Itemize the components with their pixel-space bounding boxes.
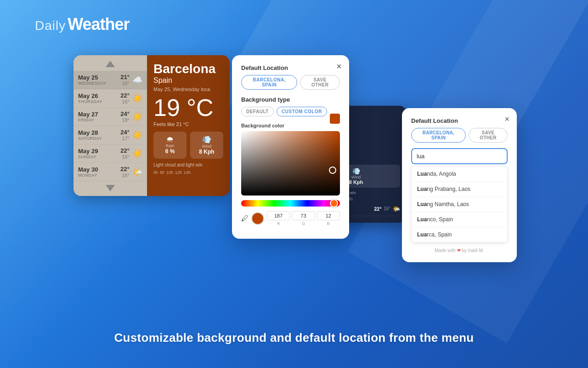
color-gradient-picker[interactable] bbox=[241, 131, 340, 196]
suggestion-rest: rca, Spain bbox=[427, 231, 452, 238]
nav-up-button[interactable] bbox=[74, 55, 147, 71]
arrow-down-icon bbox=[106, 185, 115, 191]
dark-row-low: 16° bbox=[384, 206, 390, 211]
day-weather-icon: ☀️ bbox=[132, 93, 142, 104]
temp-high: 24° bbox=[120, 129, 130, 136]
widget-temperature: 19 °C bbox=[153, 96, 223, 120]
day-weather-icon: ☀️ bbox=[132, 149, 142, 159]
dark-row-high: 22° bbox=[374, 206, 382, 212]
nav-down-button[interactable] bbox=[74, 181, 147, 196]
widget-country: Spain bbox=[153, 76, 223, 85]
color-swatch-circle bbox=[251, 212, 264, 225]
temp-low: 16° bbox=[122, 172, 130, 178]
day-temps: 21° 16° bbox=[120, 74, 130, 86]
suggestion-rest: ng Prabang, Laos bbox=[427, 186, 470, 192]
green-input-box: G bbox=[292, 211, 315, 226]
suggestion-bold: Lua bbox=[417, 231, 427, 238]
day-name: THURSDAY bbox=[78, 99, 120, 104]
day-info: May 26 THURSDAY bbox=[78, 92, 120, 104]
tab-default[interactable]: DEFAULT bbox=[241, 107, 274, 116]
eyedropper-button[interactable]: 🖊 bbox=[241, 214, 249, 223]
widget-detail-panel: Barcelona Spain May 25, Wednesday loca 1… bbox=[147, 55, 230, 196]
temp-low: 16° bbox=[122, 80, 130, 86]
day-date: May 28 bbox=[78, 129, 120, 136]
tab-save-other[interactable]: SAVE OTHER bbox=[300, 75, 340, 90]
temp-high: 22° bbox=[120, 166, 130, 172]
bottom-caption: Customizable background and default loca… bbox=[0, 331, 588, 345]
temp-low: 16° bbox=[122, 154, 130, 160]
red-input-box: R bbox=[267, 211, 290, 226]
day-temps: 22° 16° bbox=[120, 147, 130, 160]
widget-date: May 25, Wednesday loca bbox=[153, 86, 223, 92]
color-controls: 🖊 R G B bbox=[241, 211, 340, 226]
loc-tab-save-other[interactable]: SAVE OTHER bbox=[469, 128, 508, 143]
suggestion-item[interactable]: Luang Prabang, Laos bbox=[412, 182, 507, 197]
day-row[interactable]: May 30 MONDAY 22° 16° 🌤️ bbox=[74, 163, 147, 181]
modal-close-button[interactable]: × bbox=[336, 62, 342, 71]
rain-label: Rain bbox=[157, 144, 183, 148]
day-row[interactable]: May 29 SUNDAY 22° 16° ☀️ bbox=[74, 144, 147, 163]
modal-location-search: × Default Location BARCELONA, SPAIN SAVE… bbox=[402, 108, 517, 262]
suggestion-item[interactable]: Luanco, Spain bbox=[412, 212, 507, 227]
blue-label: B bbox=[317, 221, 340, 226]
temp-high: 22° bbox=[120, 147, 130, 154]
day-date: May 29 bbox=[78, 148, 120, 155]
app-header: Daily Weather bbox=[35, 15, 130, 34]
modal-right-close-button[interactable]: × bbox=[504, 115, 509, 124]
suggestion-bold: Lua bbox=[417, 201, 427, 207]
day-temps: 24° 18° bbox=[120, 110, 130, 123]
suggestion-bold: Lua bbox=[417, 186, 427, 192]
day-row[interactable]: May 27 FRIDAY 24° 18° ☀️ bbox=[74, 108, 147, 126]
day-temps: 22° 16° bbox=[120, 92, 130, 104]
widget-feels-like: Feels like 21 °C bbox=[153, 121, 223, 127]
day-row[interactable]: May 25 WEDNESDAY 21° 16° ☁️ bbox=[74, 71, 147, 89]
suggestion-bold: Lua bbox=[417, 216, 427, 223]
location-tabs: BARCELONA, SPAIN SAVE OTHER bbox=[241, 75, 340, 90]
suggestion-item[interactable]: Luanda, Angola bbox=[412, 167, 507, 182]
modal-footer: Made with ❤ by Irakli M. bbox=[411, 248, 508, 253]
wind-label: Wind bbox=[194, 144, 220, 149]
green-label: G bbox=[292, 221, 315, 226]
bg-section-title: Background type bbox=[241, 96, 340, 103]
temp-high: 21° bbox=[120, 74, 130, 80]
day-row[interactable]: May 28 SATURDAY 24° 17° ☀️ bbox=[74, 126, 147, 144]
day-weather-icon: ☁️ bbox=[132, 75, 142, 85]
loc-tab-barcelona[interactable]: BARCELONA, SPAIN bbox=[411, 128, 466, 143]
suggestion-item[interactable]: Luarca, Spain bbox=[412, 227, 507, 242]
day-date: May 25 bbox=[78, 74, 120, 81]
day-name: WEDNESDAY bbox=[78, 81, 120, 86]
suggestion-item[interactable]: Luang Namtha, Laos bbox=[412, 197, 507, 212]
day-name: MONDAY bbox=[78, 173, 120, 178]
day-row[interactable]: May 26 THURSDAY 22° 16° ☀️ bbox=[74, 89, 147, 108]
blue-input[interactable] bbox=[317, 211, 340, 220]
header-daily: Daily bbox=[35, 18, 66, 33]
green-input[interactable] bbox=[292, 211, 315, 220]
day-weather-icon: 🌤️ bbox=[132, 167, 142, 177]
temp-low: 18° bbox=[122, 117, 130, 123]
modal-section-title: Default Location bbox=[241, 64, 340, 71]
day-weather-icon: ☀️ bbox=[132, 112, 142, 122]
day-temps: 24° 17° bbox=[120, 129, 130, 141]
tab-custom-color[interactable]: CUSTOM COLOR bbox=[277, 107, 327, 116]
tab-barcelona[interactable]: BARCELONA, SPAIN bbox=[241, 75, 297, 90]
widget-hours: 6h 8h 10h 12h 14h bbox=[153, 170, 223, 175]
red-label: R bbox=[267, 221, 290, 226]
rgb-inputs: R G B bbox=[267, 211, 340, 226]
day-date: May 30 bbox=[78, 166, 120, 173]
modal-right-tabs: BARCELONA, SPAIN SAVE OTHER bbox=[411, 128, 508, 143]
day-info: May 29 SUNDAY bbox=[78, 148, 120, 159]
header-weather: Weather bbox=[68, 15, 129, 34]
modal-color-picker: × Default Location BARCELONA, SPAIN SAVE… bbox=[232, 55, 349, 239]
day-info: May 27 FRIDAY bbox=[78, 111, 120, 122]
location-search-input[interactable] bbox=[411, 148, 508, 164]
color-swatch-preview[interactable] bbox=[330, 114, 340, 124]
day-temps: 22° 16° bbox=[120, 166, 130, 178]
day-name: SATURDAY bbox=[78, 136, 120, 141]
hue-strip[interactable] bbox=[241, 200, 340, 207]
day-info: May 30 MONDAY bbox=[78, 166, 120, 178]
red-input[interactable] bbox=[267, 211, 290, 220]
modal-right-section-title: Default Location bbox=[411, 117, 508, 124]
color-picker-cursor bbox=[329, 167, 336, 174]
suggestion-rest: nda, Angola bbox=[427, 171, 456, 177]
rain-value: 6 % bbox=[157, 148, 183, 155]
